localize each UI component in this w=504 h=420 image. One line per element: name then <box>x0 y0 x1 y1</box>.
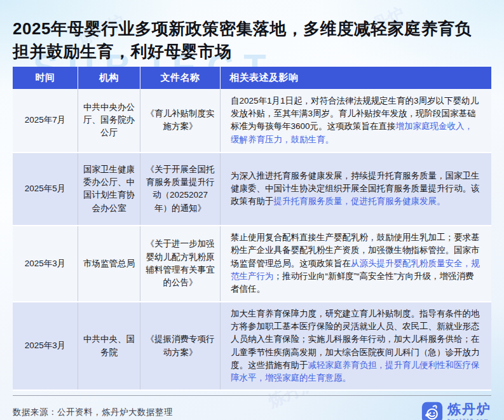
table-row: 2025年5月国家卫生健康委办公厅、中国计划生育协会办公室《关于开展全国托育服务… <box>13 153 491 226</box>
row-content-text: 加大生育养育保障力度，研究建立育儿补贴制度。指导有条件的地方将参加职工基本医疗保… <box>231 308 481 385</box>
brand-url: huo1018.com <box>447 417 489 420</box>
table-row: 2025年7月中共中央办公厅、国务院办公厅《育儿补贴制度实施方案》自2025年1… <box>13 89 491 153</box>
row-content-cell: 为深入推进托育服务健康发展，持续提升托育服务质量，国家卫生健康委、中国计生协决定… <box>221 153 491 225</box>
table-header-row: 时间 机构 文件名称 相关表述及影响 <box>13 67 491 89</box>
row-time-cell: 2025年7月 <box>13 89 78 152</box>
col-header-impact: 相关表述及影响 <box>221 67 491 89</box>
row-content-cell: 自2025年1月1日起，对符合法律法规规定生育的3周岁以下婴幼儿发放补贴，至其年… <box>221 89 491 152</box>
footer: 数据来源：公开资料，炼丹炉大数据整理 炼丹炉 huo1018.com <box>13 402 491 420</box>
infographic-canvas: 2025年母婴行业多项新政策密集落地，多维度减轻家庭养育负担并鼓励生育，利好母婴… <box>0 0 504 420</box>
row-doc-cell: 《提振消费专项行动方案》 <box>140 302 221 390</box>
page-title: 2025年母婴行业多项新政策密集落地，多维度减轻家庭养育负担并鼓励生育，利好母婴… <box>13 18 486 64</box>
col-header-doc: 文件名称 <box>140 67 221 89</box>
brand-name: 炼丹炉 <box>447 402 491 416</box>
row-org-cell: 中共中央办公厅、国务院办公厅 <box>78 89 140 152</box>
policy-table: 时间 机构 文件名称 相关表述及影响 2025年7月中共中央办公厅、国务院办公厅… <box>13 67 491 391</box>
footer-divider <box>13 395 491 396</box>
row-content-text: 为深入推进托育服务健康发展，持续提升托育服务质量，国家卫生健康委、中国计生协决定… <box>231 170 481 208</box>
table-row: 2025年3月市场监管总局《关于进一步加强婴幼儿配方乳粉原辅料管理有关事宜的公告… <box>13 226 491 302</box>
highlighted-text: 提升托育服务质量，促进托育服务健康发展。 <box>274 196 446 206</box>
row-content-text: 自2025年1月1日起，对符合法律法规规定生育的3周岁以下婴幼儿发放补贴，至其年… <box>231 95 481 146</box>
table-row: 2025年3月中共中央、国务院《提振消费专项行动方案》加大生育养育保障力度，研究… <box>13 302 491 391</box>
col-header-time: 时间 <box>13 67 78 89</box>
row-org-cell: 国家卫生健康委办公厅、中国计划生育协会办公室 <box>78 153 140 225</box>
liandanlu-logo-icon <box>421 402 443 420</box>
brand-logo: 炼丹炉 huo1018.com <box>421 402 491 420</box>
row-time-cell: 2025年5月 <box>13 153 78 225</box>
row-org-cell: 市场监管总局 <box>78 226 140 301</box>
row-time-cell: 2025年3月 <box>13 226 78 301</box>
row-org-cell: 中共中央、国务院 <box>78 302 140 390</box>
col-header-org: 机构 <box>78 67 140 89</box>
table-body: 2025年7月中共中央办公厅、国务院办公厅《育儿补贴制度实施方案》自2025年1… <box>13 89 491 391</box>
row-doc-cell: 《关于进一步加强婴幼儿配方乳粉原辅料管理有关事宜的公告》 <box>140 226 221 301</box>
brand-text: 炼丹炉 huo1018.com <box>447 402 491 420</box>
row-doc-cell: 《关于开展全国托育服务质量提升行动（20252027年）的通知》 <box>140 153 221 225</box>
data-source-note: 数据来源：公开资料，炼丹炉大数据整理 <box>13 407 173 418</box>
row-content-cell: 禁止使用复合配料直接生产婴配乳粉，鼓励使用生乳加工；要求基粉生产企业具备婴配乳粉… <box>221 226 491 301</box>
row-content-cell: 加大生育养育保障力度，研究建立育儿补贴制度。指导有条件的地方将参加职工基本医疗保… <box>221 302 491 390</box>
row-content-text: 禁止使用复合配料直接生产婴配乳粉，鼓励使用生乳加工；要求基粉生产企业具备婴配乳粉… <box>231 231 481 295</box>
row-doc-cell: 《育儿补贴制度实施方案》 <box>140 89 221 152</box>
row-time-cell: 2025年3月 <box>13 302 78 390</box>
